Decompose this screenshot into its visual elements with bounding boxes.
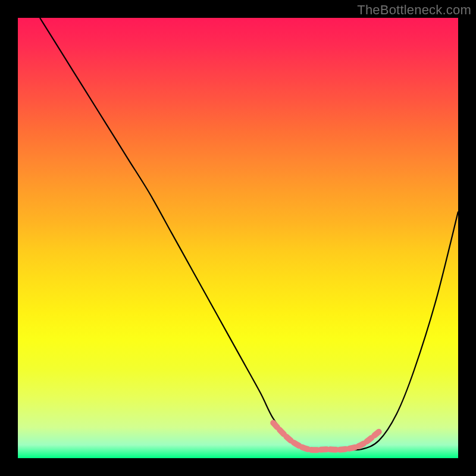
chart-frame: TheBottleneck.com xyxy=(0,0,476,476)
bottleneck-curve xyxy=(40,18,458,450)
chart-svg xyxy=(18,18,458,458)
plot-area xyxy=(18,18,458,458)
watermark-text: TheBottleneck.com xyxy=(357,2,471,18)
optimal-band xyxy=(273,423,379,450)
